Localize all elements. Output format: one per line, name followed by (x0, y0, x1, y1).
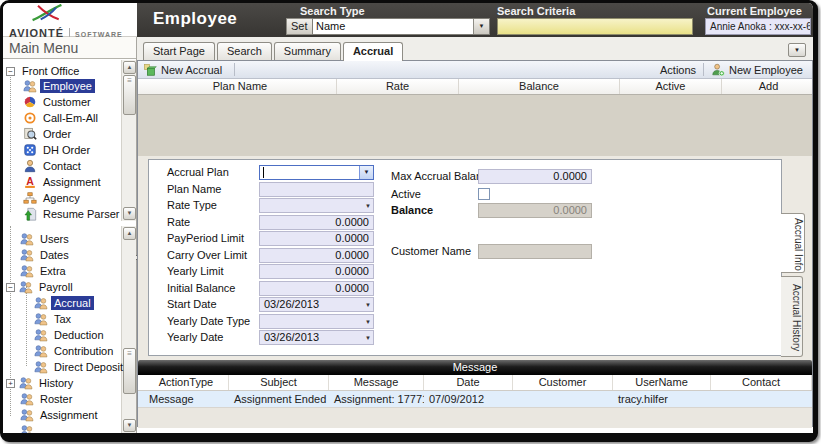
field-initial-balance[interactable]: 0.0000 (259, 281, 374, 296)
grid-column-balance[interactable]: Balance (459, 79, 620, 94)
sidebar: Main Menu − Front Office ▲ ≡ ▼ EmployeeC… (3, 37, 137, 433)
message-column-subject[interactable]: Subject (229, 375, 329, 390)
actions-label: Actions (660, 64, 696, 76)
magnifier-icon (23, 127, 37, 141)
field-carry-over-limit[interactable]: 0.0000 (259, 248, 374, 263)
sidebar-item-call-em-all[interactable]: Call-Em-All (23, 110, 101, 126)
chevron-down-icon[interactable]: ▼ (359, 166, 373, 179)
field-rate-type[interactable]: ▼ (259, 198, 374, 213)
people-icon (34, 360, 48, 374)
field-accrual-plan[interactable]: ▼ (259, 165, 374, 180)
sidebar-item-contact[interactable]: Contact (23, 158, 84, 174)
sidebar-item-assignment[interactable]: AAssignment (23, 174, 103, 190)
message-column-date[interactable]: Date (424, 375, 513, 390)
sidebar-item-order[interactable]: Order (23, 126, 74, 142)
sidebar-item-contribution[interactable]: Contribution (34, 343, 116, 359)
search-type-select[interactable]: Name ▼ (312, 18, 490, 35)
tree-bottom-scrollbar[interactable]: ▲ ≡ ▼ (121, 226, 136, 433)
sidebar-item-deduction[interactable]: Deduction (34, 327, 107, 343)
accrual-grid-body[interactable] (138, 95, 812, 156)
sidebar-item-assignment[interactable]: Assignment (20, 407, 100, 423)
person-add-icon (711, 63, 725, 77)
tree-expand-icon[interactable]: + (6, 379, 15, 388)
tree-front-office: − Front Office ▲ ≡ ▼ EmployeeCustomerCal… (3, 60, 136, 221)
message-column-customer[interactable]: Customer (513, 375, 613, 390)
scroll-down-icon[interactable]: ▼ (123, 419, 136, 432)
message-table-header: ActionTypeSubjectMessageDateCustomerUser… (138, 375, 812, 391)
chevron-down-icon[interactable]: ▼ (473, 19, 489, 34)
field-rate[interactable]: 0.0000 (259, 215, 374, 230)
sidebar-item-resume-parser[interactable]: Resume Parser (23, 206, 122, 221)
tab-start-page[interactable]: Start Page (143, 42, 215, 60)
tree-collapse-icon[interactable]: − (6, 67, 15, 76)
avionte-logo-icon (27, 4, 67, 22)
scroll-down-icon[interactable]: ▼ (123, 207, 136, 220)
search-criteria-input[interactable] (497, 18, 693, 35)
field-yearly-date-type[interactable]: ▼ (259, 314, 374, 329)
scroll-up-icon[interactable]: ▲ (123, 61, 136, 74)
sidebar-item-front-office[interactable]: − Front Office (6, 63, 82, 79)
orgchart-icon (23, 191, 37, 205)
field-yearly-date[interactable]: 03/26/2013▼ (259, 330, 374, 345)
sidebar-item-employee[interactable]: Employee (23, 78, 95, 94)
people-icon (34, 312, 48, 326)
scrollbar-thumb[interactable]: ≡ (123, 75, 136, 115)
sidebar-item-roster[interactable]: Roster (20, 391, 75, 407)
tab-overflow-button[interactable]: ▼ (788, 43, 806, 57)
tab-search[interactable]: Search (217, 42, 272, 60)
sidebar-item-history[interactable]: +History (6, 375, 76, 391)
checkbox-active[interactable] (478, 188, 490, 200)
field-customer-name[interactable] (478, 244, 592, 259)
chevron-down-icon[interactable]: ▼ (365, 302, 371, 308)
sidebar-item-extra[interactable]: Extra (20, 263, 69, 279)
field-yearly-limit[interactable]: 0.0000 (259, 264, 374, 279)
message-cell-username: tracy.hilfer (613, 391, 711, 407)
current-employee-field: Annie Anoka : xxx-xx-6987 (705, 18, 811, 35)
actions-button[interactable]: Actions (660, 62, 696, 78)
sidebar-item-accrual[interactable]: Accrual (34, 295, 94, 311)
new-employee-button[interactable]: New Employee (711, 62, 803, 78)
field-plan-name[interactable] (259, 182, 374, 197)
chevron-down-icon[interactable]: ▼ (365, 203, 371, 209)
grid-column-add[interactable]: Add (722, 79, 816, 94)
sidebar-item-dh-order[interactable]: DH Order (23, 142, 93, 158)
message-column-contact[interactable]: Contact (711, 375, 812, 390)
tab-summary[interactable]: Summary (274, 42, 341, 60)
tree-top-scrollbar[interactable]: ▲ ≡ ▼ (121, 60, 136, 221)
people-icon (20, 264, 34, 278)
sidebar-item-customer[interactable]: Customer (23, 94, 94, 110)
field-payperiod-limit[interactable]: 0.0000 (259, 231, 374, 246)
grid-column-rate[interactable]: Rate (337, 79, 459, 94)
new-accrual-button[interactable]: New Accrual (143, 62, 222, 78)
sidebar-item-tax[interactable]: Tax (34, 311, 74, 327)
grid-column-active[interactable]: Active (620, 79, 722, 94)
chevron-down-icon[interactable]: ▼ (365, 319, 371, 325)
search-type-value: Name (316, 20, 345, 32)
accrual-toolbar: New Accrual Actions New Employee (138, 61, 812, 79)
sidebar-item-agency[interactable]: Agency (23, 190, 83, 206)
tree-collapse-icon[interactable]: − (6, 283, 15, 292)
field-value: 0.0000 (335, 265, 369, 277)
sidebar-item-dates[interactable]: Dates (20, 247, 72, 263)
scroll-up-icon[interactable]: ▲ (123, 227, 136, 240)
message-panel-header[interactable]: Message (138, 360, 812, 375)
message-row[interactable]: MessageAssignment EndedAssignment: 17771… (138, 391, 812, 407)
side-tab-accrual-info[interactable]: Accrual Info (781, 213, 805, 273)
chevron-down-icon[interactable]: ▼ (365, 335, 371, 341)
field-max-accrual-balance[interactable]: 0.0000 (478, 169, 592, 184)
field-start-date[interactable]: 03/26/2013▼ (259, 297, 374, 312)
people-icon (34, 344, 48, 358)
grid-column-plan-name[interactable]: Plan Name (144, 79, 337, 94)
people-icon (20, 232, 34, 246)
field-balance[interactable]: 0.0000 (478, 203, 592, 218)
tab-accrual[interactable]: Accrual (343, 42, 403, 61)
message-column-message[interactable]: Message (329, 375, 424, 390)
sidebar-item-payroll[interactable]: −Payroll (6, 279, 76, 295)
message-column-username[interactable]: UserName (613, 375, 711, 390)
side-tab-accrual-history[interactable]: Accrual History (781, 276, 803, 357)
sidebar-item-direct-deposit[interactable]: Direct Deposit (34, 359, 126, 375)
set-button[interactable]: Set (286, 18, 313, 35)
message-column-actiontype[interactable]: ActionType (144, 375, 229, 390)
sidebar-item-users[interactable]: Users (20, 231, 72, 247)
sidebar-item-partial[interactable] (20, 423, 43, 433)
